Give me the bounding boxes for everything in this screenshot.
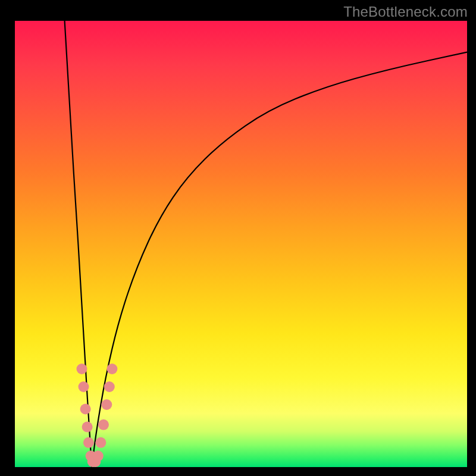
chart-stage: TheBottleneck.com bbox=[0, 0, 476, 476]
marker-dot bbox=[93, 450, 104, 461]
marker-dot bbox=[83, 437, 94, 448]
marker-dot bbox=[79, 381, 89, 392]
left-branch-line bbox=[65, 21, 92, 467]
marker-group bbox=[77, 364, 118, 467]
marker-dot bbox=[104, 381, 115, 392]
plot-area bbox=[15, 21, 467, 467]
marker-dot bbox=[98, 419, 109, 430]
marker-dot bbox=[107, 364, 117, 374]
marker-dot bbox=[82, 422, 93, 433]
marker-dot bbox=[95, 437, 106, 448]
marker-dot bbox=[101, 399, 112, 410]
marker-dot bbox=[77, 364, 87, 374]
right-branch-line bbox=[92, 52, 467, 468]
watermark-text: TheBottleneck.com bbox=[343, 4, 468, 20]
curve-layer bbox=[15, 21, 467, 467]
marker-dot bbox=[80, 404, 91, 415]
